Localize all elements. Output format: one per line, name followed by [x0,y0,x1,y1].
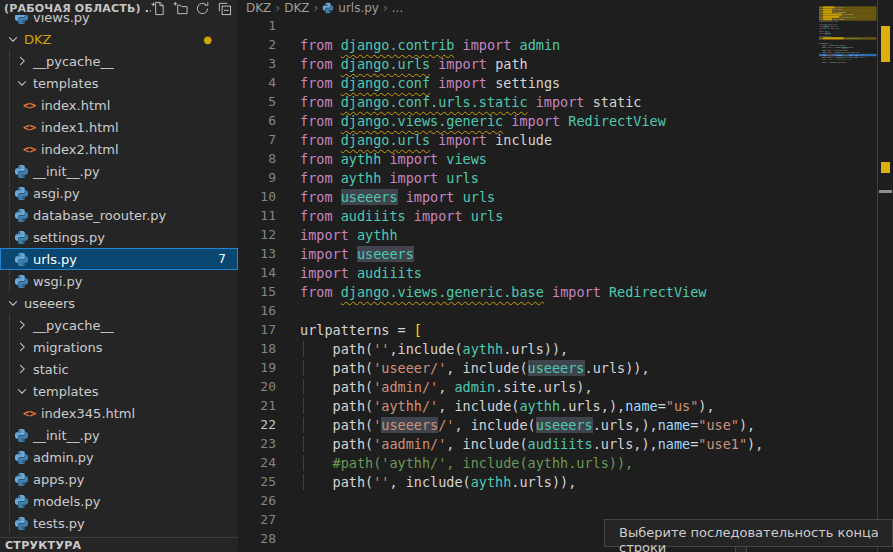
tree-item-templates[interactable]: templates [0,380,238,402]
breadcrumb-separator: › [274,1,281,15]
outline-section-header[interactable]: СТРУКТУРА [0,537,238,552]
line-number: 19 [238,360,276,375]
code-line-content[interactable]: path('', include(aythh.urls)), [276,474,576,490]
code-line-23: 23 path('aadmin/', include(audiiits.urls… [238,434,819,453]
code-line-content[interactable]: import aythh [276,227,398,243]
code-line-content[interactable]: path('',include(aythh.urls)), [276,341,568,357]
code-line-content[interactable] [276,531,308,547]
warning-mark [881,162,890,173]
code-line-content[interactable] [276,512,308,528]
code-line-20: 20 path('admin/', admin.site.urls), [238,377,819,396]
line-number: 11 [238,208,276,223]
tree-item-index1-html[interactable]: <>index1.html [0,116,238,138]
tree-item--pycache-[interactable]: __pycache__ [0,50,238,72]
tree-item-label: settings.py [33,230,105,245]
code-line-content[interactable]: path('aythh/', include(aythh.urls,),name… [276,398,715,414]
code-line-content[interactable]: from django.contrib import admin [276,37,560,53]
vscode-window: (РАБОЧАЯ ОБЛАСТЬ) ... views.pyDKZ●__pyca… [0,0,893,552]
tree-item-label: templates [33,76,98,91]
tree-item-index345-html[interactable]: <>index345.html [0,402,238,424]
code-line-content[interactable]: from django.urls import include [276,132,552,148]
new-file-icon[interactable] [151,1,166,16]
tree-item-wsgi-py[interactable]: wsgi.py [0,270,238,292]
tree-item-asgi-py[interactable]: asgi.py [0,182,238,204]
code-line-content[interactable]: from django.views.generic.base import Re… [276,284,706,300]
code-line-content[interactable]: from audiiits import urls [276,208,503,224]
tree-item-settings-py[interactable]: settings.py [0,226,238,248]
tree-item-label: apps.py [33,472,84,487]
minimap[interactable]: from django.contrib import adminfrom dja… [819,4,877,544]
code-line-7: 7from django.urls import include [238,130,819,149]
line-number: 15 [238,284,276,299]
tree-item-apps-py[interactable]: apps.py [0,468,238,490]
code-line-content[interactable] [276,18,308,34]
line-number: 28 [238,531,276,546]
tree-item-urls-py[interactable]: urls.py7 [0,248,238,270]
code-line-content[interactable] [276,303,308,319]
tree-item-index-html[interactable]: <>index.html [0,94,238,116]
code-line-content[interactable]: path('useeers/', include(useeers.urls,),… [276,417,755,433]
breadcrumb-separator: › [382,1,389,15]
refresh-icon[interactable] [195,1,210,16]
tree-item-admin-py[interactable]: admin.py [0,446,238,468]
line-number: 1 [238,18,276,33]
line-number: 14 [238,265,276,280]
code-area[interactable]: 1 2from django.contrib import admin3from… [238,16,819,548]
collapse-all-icon[interactable] [217,1,232,16]
code-line-content[interactable]: import audiiits [276,265,422,281]
tree-item-useeers[interactable]: useeers [0,292,238,314]
code-line-content[interactable]: path('admin/', admin.site.urls), [276,379,593,395]
tree-item-index2-html[interactable]: <>index2.html [0,138,238,160]
tree-item-label: wsgi.py [33,274,82,289]
tree-item--init-py[interactable]: __init__.py [0,424,238,446]
line-number: 22 [238,417,276,432]
code-line-content[interactable]: #path('aythh/', include(aythh.urls)), [276,455,633,471]
tree-item--init-py[interactable]: __init__.py [0,160,238,182]
line-number: 23 [238,436,276,451]
tree-item--pycache-[interactable]: __pycache__ [0,314,238,336]
code-line-content[interactable]: from django.conf import settings [276,75,560,91]
code-line-content[interactable]: from aythh import urls [276,170,479,186]
code-line-content[interactable] [276,493,308,509]
tree-item-static[interactable]: static [0,358,238,380]
tree-item-models-py[interactable]: models.py [0,490,238,512]
python-icon [14,428,29,443]
code-line-content[interactable]: urlpatterns = [ [276,322,422,338]
code-line-content[interactable]: path('aadmin/', include(audiiits.urls,),… [276,436,763,452]
overview-ruler-scrollbar[interactable] [877,0,893,552]
code-line-content[interactable]: from useeers import urls [276,189,495,205]
new-folder-icon[interactable] [173,1,188,16]
breadcrumb-item[interactable]: urls.py [322,1,379,15]
problems-count-badge: 7 [218,252,226,266]
html-icon: <> [23,121,36,134]
tree-item-templates[interactable]: templates [0,72,238,94]
tree-item-migrations[interactable]: migrations [0,336,238,358]
chevron-right-icon [15,318,29,332]
code-line-content[interactable]: path('useeer/', include(useeers.urls)), [276,360,650,376]
code-line-content[interactable]: from django.urls import path [276,56,528,72]
code-line-content[interactable]: from aythh import views [276,151,487,167]
tree-item-label: migrations [33,340,103,355]
tree-item-label: database_roouter.py [33,208,166,223]
tree-item-label: models.py [33,494,100,509]
tree-item-database-roouter-py[interactable]: database_roouter.py [0,204,238,226]
code-line-content[interactable]: import useeers [276,246,414,262]
tree-item-tests-py[interactable]: tests.py [0,512,238,534]
breadcrumb-item[interactable]: DKZ [284,1,309,15]
html-icon: <> [23,143,36,156]
tree-item-label: __init__.py [33,164,100,179]
minimap-line [819,68,877,70]
breadcrumb-separator: › [313,1,320,15]
tree-item-label: index2.html [41,142,119,157]
code-line-26: 26 [238,491,819,510]
code-line-13: 13import useeers [238,244,819,263]
code-line-content[interactable]: from django.views.generic import Redirec… [276,113,666,129]
tree-item-dkz[interactable]: DKZ● [0,28,238,50]
code-line-3: 3from django.urls import path [238,54,819,73]
breadcrumb-item[interactable]: DKZ [246,1,271,15]
code-line-content[interactable]: from django.conf.urls.static import stat… [276,94,641,110]
code-line-2: 2from django.contrib import admin [238,35,819,54]
line-number: 5 [238,94,276,109]
breadcrumb-item[interactable]: ... [392,1,403,15]
code-line-22: 22 path('useeers/', include(useeers.urls… [238,415,819,434]
